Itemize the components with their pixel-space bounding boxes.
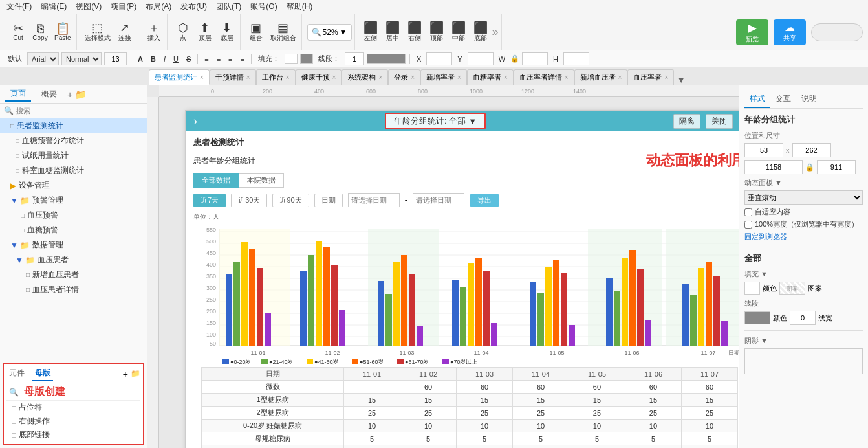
sidebar-tab-outline[interactable]: 概要 <box>36 87 62 101</box>
chart-tab-all[interactable]: 全部数据 <box>193 173 239 188</box>
align-left-text-btn[interactable]: ≡ <box>202 54 211 64</box>
preview-button[interactable]: ▶ 预览 <box>736 19 768 45</box>
folder-device[interactable]: ▶ 设备管理 <box>0 178 147 193</box>
x-pos-input[interactable] <box>744 143 783 157</box>
tab-login[interactable]: 登录 × <box>388 69 420 85</box>
width100-checkbox[interactable] <box>744 221 752 229</box>
menu-edit[interactable]: 编辑(E) <box>37 0 71 14</box>
panel-close-icon[interactable]: ✕ <box>738 116 739 126</box>
menu-publish[interactable]: 发布(U) <box>177 0 211 14</box>
filter-date[interactable]: 日期 <box>314 194 343 207</box>
tab-patient-stats[interactable]: 患者监测统计 × <box>149 69 210 85</box>
menu-file[interactable]: 文件(F) <box>3 0 36 14</box>
add-page-icon[interactable]: + <box>67 89 72 100</box>
strikethrough-btn[interactable]: S <box>184 54 193 64</box>
props-tab-note[interactable]: 说明 <box>796 91 822 108</box>
user-avatar[interactable] <box>811 23 863 41</box>
tab-bp-rate[interactable]: 血压率者 × <box>627 69 674 85</box>
tab-new-bp[interactable]: 新增血压者 × <box>574 69 628 85</box>
shadow-preview[interactable] <box>744 348 863 374</box>
menu-account[interactable]: 账号(O) <box>246 0 281 14</box>
more-tabs-icon[interactable]: ▼ <box>677 74 686 85</box>
adapt-checkbox[interactable] <box>744 208 752 216</box>
tab-system-arch[interactable]: 系统架构 × <box>342 69 388 85</box>
menu-view[interactable]: 视图(V) <box>72 0 105 14</box>
page-bp-patient-detail[interactable]: □ 血压患者详情 <box>0 282 147 297</box>
align-center-button[interactable]: ⬛ 居中 <box>382 18 403 47</box>
close-tab-1[interactable]: × <box>246 74 250 81</box>
tab-intervention-detail[interactable]: 干预详情 × <box>210 69 256 85</box>
scroll-select[interactable]: 垂直滚动 <box>744 190 863 205</box>
close-tab-5[interactable]: × <box>411 74 415 81</box>
close-tab-3[interactable]: × <box>332 74 336 81</box>
add-master-icon[interactable]: + <box>123 369 128 379</box>
folder-warning[interactable]: ▼ 📁 预警管理 <box>0 193 147 208</box>
select-mode-button[interactable]: ⬚ 选择模式 <box>82 18 113 47</box>
menu-help[interactable]: 帮助(H) <box>283 0 317 14</box>
align-bottom-button[interactable]: ⬛ 底部 <box>470 18 491 47</box>
align-top-button[interactable]: ⬛ 顶部 <box>426 18 447 47</box>
filter-30days[interactable]: 近30天 <box>231 194 267 207</box>
align-center-text-btn[interactable]: ≡ <box>214 54 223 64</box>
master-item-placeholder[interactable]: □ 占位符 <box>6 401 140 414</box>
fill-color-swatch[interactable] <box>285 54 298 64</box>
italic-btn[interactable]: I <box>161 54 168 64</box>
folder-data-mgmt[interactable]: ▼ 📁 数据管理 <box>0 238 147 252</box>
fill-bg-swatch[interactable] <box>300 54 313 64</box>
ungroup-button[interactable]: ▤ 取消组合 <box>268 18 299 47</box>
style-select[interactable]: Normal <box>61 52 102 65</box>
w-input[interactable] <box>522 52 548 65</box>
isolate-button[interactable]: 隔离 <box>673 114 700 129</box>
connect-button[interactable]: ↗ 连接 <box>114 18 135 47</box>
align-right-text-btn[interactable]: ≡ <box>226 54 235 64</box>
bold-button[interactable]: A <box>135 54 146 64</box>
export-button[interactable]: 导出 <box>470 194 499 207</box>
align-left-button[interactable]: ⬛ 左侧 <box>360 18 381 47</box>
line-color-swatch[interactable] <box>367 54 406 64</box>
menu-layout[interactable]: 布局(A) <box>142 0 175 14</box>
align-justify-text-btn[interactable]: ≡ <box>238 54 247 64</box>
page-blood-sugar-dist[interactable]: □ 血糖预警分布统计 <box>0 133 147 148</box>
tab-new-patient[interactable]: 新增率者 × <box>420 69 467 85</box>
folder-master-icon[interactable]: 📁 <box>131 369 140 379</box>
insert-button[interactable]: ＋ 插入 <box>144 18 164 47</box>
props-tab-style[interactable]: 样式 <box>744 91 770 108</box>
filter-90days[interactable]: 近90天 <box>272 194 309 207</box>
page-paper-usage[interactable]: □ 试纸用量统计 <box>0 148 147 163</box>
fill-image-swatch[interactable]: 图案 <box>779 282 805 295</box>
align-middle-button[interactable]: ⬛ 中部 <box>448 18 469 47</box>
fix-browser-link[interactable]: 固定到浏览器 <box>744 232 863 241</box>
y-input[interactable] <box>468 52 494 65</box>
point-button[interactable]: ⬡ 点 <box>173 18 193 47</box>
close-tab-4[interactable]: × <box>378 74 382 81</box>
components-tab[interactable]: 元件 <box>6 366 27 381</box>
tab-health-intervention[interactable]: 健康干预 × <box>296 69 342 85</box>
paste-button[interactable]: 📋 Paste <box>52 18 74 47</box>
page-new-bp-patient[interactable]: □ 新增血压患者 <box>0 267 147 282</box>
menu-team[interactable]: 团队(T) <box>212 0 245 14</box>
search-input[interactable] <box>16 107 143 115</box>
menu-project[interactable]: 项目(P) <box>107 0 140 14</box>
page-bp-warning[interactable]: □ 血压预警 <box>0 208 147 223</box>
panel-dropdown-icon[interactable]: ▼ <box>468 117 477 126</box>
cut-button[interactable]: ✂ Cut <box>8 18 28 47</box>
date-end-input[interactable] <box>413 193 464 207</box>
close-tab-6[interactable]: × <box>457 74 461 81</box>
master-tab[interactable]: 母版 <box>32 366 53 381</box>
fill-color-swatch[interactable] <box>744 282 760 295</box>
share-button[interactable]: ☁ 共享 <box>774 19 806 45</box>
y-pos-input[interactable] <box>792 143 831 157</box>
zoom-control[interactable]: 🔍 52% ▼ <box>307 24 352 41</box>
underline-btn[interactable]: U <box>171 54 181 64</box>
close-tab-0[interactable]: × <box>200 74 204 81</box>
tab-blood-sugar[interactable]: 血糖率者 × <box>467 69 514 85</box>
folder-bp-patient[interactable]: ▼ 📁 血压患者 <box>0 252 147 267</box>
font-select[interactable]: Arial <box>27 52 59 65</box>
top-button[interactable]: ⬆ 顶层 <box>195 18 215 47</box>
x-input[interactable] <box>426 52 452 65</box>
close-tab-2[interactable]: × <box>286 74 290 81</box>
more-tools-icon[interactable]: » <box>492 25 499 39</box>
chart-tab-hospital[interactable]: 本院数据 <box>239 173 284 188</box>
bottom-button[interactable]: ⬇ 底层 <box>217 18 237 47</box>
close-tab-8[interactable]: × <box>565 74 569 81</box>
